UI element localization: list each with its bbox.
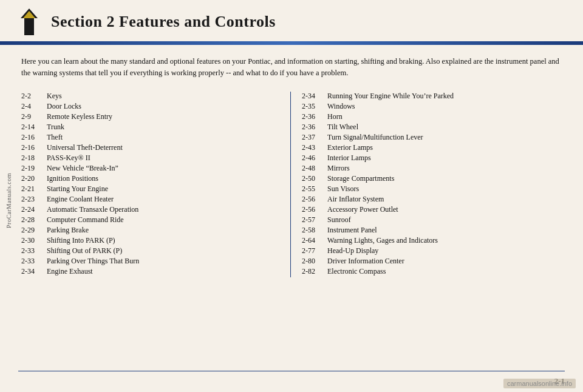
toc-entry-title: Mirrors: [327, 164, 350, 173]
list-item: 2-37Turn Signal/Multifunction Lever: [302, 133, 565, 142]
toc-entry-title: Shifting Out of PARK (P): [47, 246, 122, 255]
toc-entry-title: Trunk: [47, 123, 64, 132]
toc-entry-title: Remote Keyless Entry: [47, 112, 112, 121]
toc-page-number: 2-36: [302, 112, 327, 121]
toc-page-number: 2-77: [302, 246, 327, 255]
toc-entry-title: Universal Theft-Deterrent: [47, 143, 123, 152]
toc-entry-title: Starting Your Engine: [47, 184, 108, 194]
toc-page-number: 2-55: [302, 184, 327, 194]
list-item: 2-2Keys: [21, 92, 284, 101]
toc-page-number: 2-19: [21, 164, 47, 173]
toc-page-number: 2-35: [302, 102, 327, 111]
toc-page-number: 2-18: [21, 154, 47, 163]
toc-entry-title: PASS-Key® II: [47, 154, 90, 163]
toc-page-number: 2-33: [21, 246, 47, 255]
toc-entry-title: Theft: [47, 133, 63, 142]
toc-page-number: 2-43: [302, 143, 327, 152]
toc-page-number: 2-21: [21, 184, 47, 194]
list-item: 2-4Door Locks: [21, 102, 284, 111]
toc-page-number: 2-16: [21, 143, 47, 152]
list-item: 2-82Electronic Compass: [302, 267, 565, 276]
toc-page-number: 2-56: [302, 195, 327, 204]
toc-left-column: 2-2Keys2-4Door Locks2-9Remote Keyless En…: [21, 92, 291, 277]
list-item: 2-23Engine Coolant Heater: [21, 195, 284, 204]
list-item: 2-9Remote Keyless Entry: [21, 112, 284, 121]
toc-entry-title: Warning Lights, Gages and Indicators: [327, 236, 438, 245]
list-item: 2-33Parking Over Things That Burn: [21, 257, 284, 266]
toc-page-number: 2-64: [302, 236, 327, 245]
toc-page-number: 2-50: [302, 174, 327, 183]
toc-entry-title: Exterior Lamps: [327, 143, 373, 152]
toc-page-number: 2-9: [21, 112, 47, 121]
list-item: 2-36Tilt Wheel: [302, 123, 565, 132]
sidebar-watermark: ProCarManuals.com: [0, 109, 17, 291]
toc-page-number: 2-48: [302, 164, 327, 173]
toc-page-number: 2-37: [302, 133, 327, 142]
page-container: ProCarManuals.com Section 2 Features and…: [0, 0, 583, 392]
list-item: 2-34Engine Exhaust: [21, 267, 284, 276]
list-item: 2-16Theft: [21, 133, 284, 142]
toc-entry-title: Computer Command Ride: [47, 215, 124, 225]
toc-page-number: 2-80: [302, 257, 327, 266]
toc-entry-title: Sun Visors: [327, 184, 359, 194]
toc-page-number: 2-20: [21, 174, 47, 183]
toc-page-number: 2-36: [302, 123, 327, 132]
toc-entry-title: Horn: [327, 112, 343, 121]
toc-page-number: 2-29: [21, 226, 47, 235]
list-item: 2-46Interior Lamps: [302, 154, 565, 163]
toc-page-number: 2-14: [21, 123, 47, 132]
toc-entry-title: Parking Over Things That Burn: [47, 257, 139, 266]
toc-page-number: 2-30: [21, 236, 47, 245]
bottom-watermark: carmanualsonline.info: [503, 379, 576, 388]
list-item: 2-48Mirrors: [302, 164, 565, 173]
pontiac-logo-icon: [18, 7, 40, 36]
list-item: 2-43Exterior Lamps: [302, 143, 565, 152]
list-item: 2-64Warning Lights, Gages and Indicators: [302, 236, 565, 245]
list-item: 2-28Computer Command Ride: [21, 215, 284, 225]
toc-page-number: 2-56: [302, 205, 327, 214]
footer-rule: [18, 371, 565, 372]
toc-entry-title: Electronic Compass: [327, 267, 386, 276]
toc-page-number: 2-57: [302, 215, 327, 225]
list-item: 2-77Head-Up Display: [302, 246, 565, 255]
toc-entry-title: Running Your Engine While You’re Parked: [327, 92, 454, 101]
page-header: Section 2 Features and Controls: [0, 0, 583, 41]
toc-page-number: 2-16: [21, 133, 47, 142]
list-item: 2-14Trunk: [21, 123, 284, 132]
toc-entry-title: Parking Brake: [47, 226, 89, 235]
list-item: 2-56Accessory Power Outlet: [302, 205, 565, 214]
list-item: 2-29Parking Brake: [21, 226, 284, 235]
toc-entry-title: Driver Information Center: [327, 257, 404, 266]
toc-entry-title: Ignition Positions: [47, 174, 98, 183]
toc-page-number: 2-58: [302, 226, 327, 235]
toc-page-number: 2-82: [302, 267, 327, 276]
list-item: 2-30Shifting Into PARK (P): [21, 236, 284, 245]
toc-page-number: 2-33: [21, 257, 47, 266]
list-item: 2-55Sun Visors: [302, 184, 565, 194]
list-item: 2-34Running Your Engine While You’re Par…: [302, 92, 565, 101]
toc-page-number: 2-28: [21, 215, 47, 225]
list-item: 2-36Horn: [302, 112, 565, 121]
list-item: 2-35Windows: [302, 102, 565, 111]
list-item: 2-21Starting Your Engine: [21, 184, 284, 194]
list-item: 2-18PASS-Key® II: [21, 154, 284, 163]
intro-paragraph: Here you can learn about the many standa…: [0, 45, 583, 88]
toc-entry-title: Head-Up Display: [327, 246, 378, 255]
list-item: 2-56Air Inflator System: [302, 195, 565, 204]
toc-entry-title: Accessory Power Outlet: [327, 205, 398, 214]
toc-entry-title: Keys: [47, 92, 62, 101]
toc-entry-title: Tilt Wheel: [327, 123, 358, 132]
toc-page-number: 2-34: [302, 92, 327, 101]
list-item: 2-58Instrument Panel: [302, 226, 565, 235]
toc-entry-title: Interior Lamps: [327, 154, 371, 163]
toc-entry-title: Instrument Panel: [327, 226, 377, 235]
toc-right-column: 2-34Running Your Engine While You’re Par…: [291, 92, 565, 277]
toc-entry-title: Shifting Into PARK (P): [47, 236, 115, 245]
toc-entry-title: Turn Signal/Multifunction Lever: [327, 133, 423, 142]
list-item: 2-20Ignition Positions: [21, 174, 284, 183]
list-item: 2-33Shifting Out of PARK (P): [21, 246, 284, 255]
toc-page-number: 2-2: [21, 92, 47, 101]
toc-page-number: 2-46: [302, 154, 327, 163]
table-of-contents: 2-2Keys2-4Door Locks2-9Remote Keyless En…: [0, 88, 583, 277]
list-item: 2-80Driver Information Center: [302, 257, 565, 266]
